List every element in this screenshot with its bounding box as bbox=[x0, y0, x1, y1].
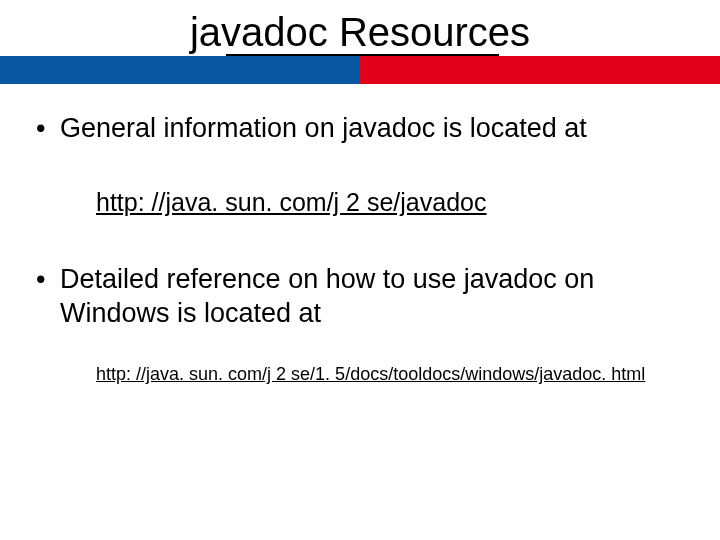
content-area: General information on javadoc is locate… bbox=[0, 90, 720, 385]
bullet-item-2: Detailed reference on how to use javadoc… bbox=[34, 263, 686, 331]
bullet-list-2: Detailed reference on how to use javadoc… bbox=[34, 263, 686, 331]
title-area: javadoc Resources bbox=[0, 0, 720, 90]
link-javadoc-general[interactable]: http: //java. sun. com/j 2 se/javadoc bbox=[96, 188, 486, 217]
bullet-list: General information on javadoc is locate… bbox=[34, 112, 686, 146]
bar-red-segment bbox=[360, 56, 720, 84]
bullet-item-1: General information on javadoc is locate… bbox=[34, 112, 686, 146]
color-bar bbox=[0, 56, 720, 84]
slide-title: javadoc Resources bbox=[0, 0, 720, 55]
bar-blue-segment bbox=[0, 56, 360, 84]
link-javadoc-windows[interactable]: http: //java. sun. com/j 2 se/1. 5/docs/… bbox=[96, 364, 645, 385]
